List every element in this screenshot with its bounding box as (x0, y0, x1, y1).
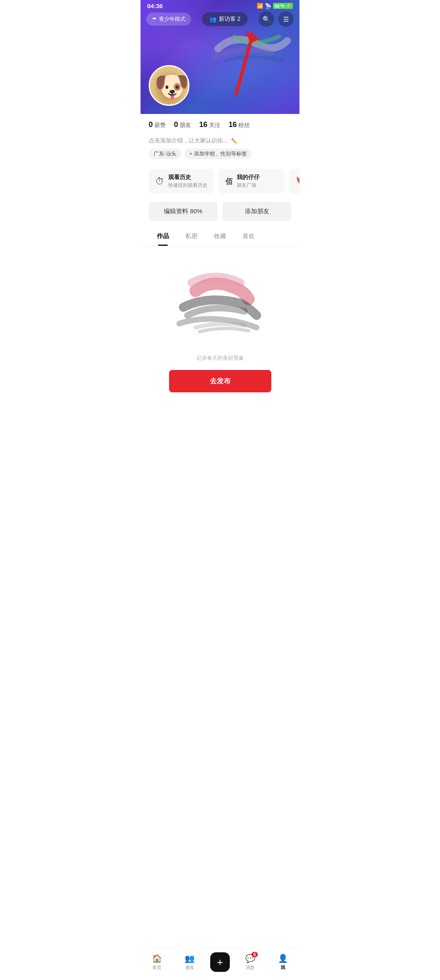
status-time: 04:36 (147, 2, 163, 9)
stat-likes-label: 获赞 (154, 122, 166, 129)
svg-line-1 (236, 35, 253, 94)
stat-following-num: 16 (199, 120, 207, 129)
stat-friends-num: 0 (174, 120, 178, 129)
bio-text[interactable]: 点击添加介绍，让大家认识你... ✏️ (149, 137, 291, 144)
tags-row: 广东·汕头 + 添加学校、性别等标签 (149, 149, 291, 159)
stat-friends-label: 朋友 (180, 122, 191, 129)
stat-likes[interactable]: 0 获赞 (149, 120, 166, 129)
stat-followers[interactable]: 16 粉丝 (229, 120, 250, 129)
tab-likes-label: 喜欢 (242, 232, 255, 239)
tab-favorites[interactable]: 收藏 (206, 227, 234, 246)
quick-action-history[interactable]: ⏱ 观看历史 快速找到观看历史 (149, 169, 214, 194)
qa-friends-subtitle: 朋友广场 (237, 182, 260, 189)
avatar-wrapper (149, 65, 189, 106)
quick-action-friends[interactable]: 佰 我的仔仔 朋友广场 (219, 169, 284, 194)
visitors-button[interactable]: 👥 新访客 2 (202, 12, 248, 26)
add-friend-button[interactable]: 添加朋友 (222, 202, 291, 221)
qa-history-subtitle: 快速找到观看历史 (168, 182, 207, 189)
add-tags-button[interactable]: + 添加学校、性别等标签 (185, 149, 252, 159)
avatar[interactable] (149, 65, 189, 106)
toolbar: ☂ 青少年模式 👥 新访客 2 🔍 ☰ (141, 11, 299, 27)
tab-likes[interactable]: 喜欢 (234, 227, 263, 246)
status-bar: 04:36 📶 📡 68% ⚡ (141, 0, 299, 11)
menu-icon: ☰ (283, 15, 289, 23)
visitors-icon: 👥 (209, 16, 216, 22)
quick-actions: ⏱ 观看历史 快速找到观看历史 佰 我的仔仔 朋友广场 🔖 收藏 (141, 163, 299, 198)
wifi-icon: 📡 (265, 3, 271, 9)
qa-history-title: 观看历史 (168, 174, 207, 181)
edit-profile-button[interactable]: 编辑资料 80% (149, 202, 218, 221)
friends-square-icon: 佰 (225, 177, 233, 186)
action-buttons: 编辑资料 80% 添加朋友 (141, 198, 299, 227)
stat-following[interactable]: 16 关注 (199, 120, 220, 129)
stat-followers-label: 粉丝 (238, 122, 250, 129)
battery-level: 68 (275, 4, 279, 9)
avatar-image (150, 66, 188, 105)
stat-followers-num: 16 (229, 120, 237, 129)
stats-section: 0 获赞 0 朋友 16 关注 16 粉丝 (141, 114, 299, 135)
edit-profile-label: 编辑资料 80% (164, 208, 202, 214)
stat-following-label: 关注 (209, 122, 220, 129)
add-tags-label: + 添加学校、性别等标签 (189, 150, 247, 158)
svg-marker-2 (245, 31, 260, 44)
youth-mode-button[interactable]: ☂ 青少年模式 (146, 13, 191, 26)
menu-button[interactable]: ☰ (278, 11, 294, 27)
visitors-label: 新访客 2 (219, 15, 241, 23)
bio-placeholder: 点击添加介绍，让大家认识你... (149, 137, 228, 144)
status-icons: 📶 📡 68% ⚡ (257, 3, 293, 9)
profile-header-bg: ☂ 青少年模式 👥 新访客 2 🔍 ☰ (141, 0, 299, 114)
umbrella-icon: ☂ (152, 16, 157, 22)
youth-mode-label: 青少年模式 (159, 15, 185, 23)
stat-friends[interactable]: 0 朋友 (174, 120, 191, 129)
tab-private-label: 私密 (185, 232, 198, 239)
qa-friends-title: 我的仔仔 (237, 174, 260, 181)
search-button[interactable]: 🔍 (259, 11, 274, 27)
history-icon: ⏱ (155, 176, 164, 187)
qa-friends-text: 我的仔仔 朋友广场 (237, 174, 260, 189)
artwork-preview (175, 258, 265, 348)
bookmark-icon: 🔖 (295, 176, 299, 187)
publish-button[interactable]: 去发布 (169, 370, 271, 392)
qa-history-text: 观看历史 快速找到观看历史 (168, 174, 207, 189)
quick-action-bookmark[interactable]: 🔖 收藏 (289, 169, 299, 194)
artwork-caption: 记录春天的美好景象 (196, 354, 244, 362)
location-tag[interactable]: 广东·汕头 (149, 149, 181, 159)
toolbar-right-icons: 🔍 ☰ (259, 11, 294, 27)
publish-label: 去发布 (210, 377, 231, 385)
add-friend-label: 添加朋友 (245, 208, 269, 214)
content-area: 记录春天的美好景象 去发布 (141, 246, 299, 441)
tab-works[interactable]: 作品 (149, 227, 177, 246)
tab-favorites-label: 收藏 (214, 232, 226, 239)
stat-likes-num: 0 (149, 120, 153, 129)
artwork-caption-text: 记录春天的美好景象 (196, 355, 244, 361)
tab-works-label: 作品 (157, 232, 169, 239)
annotation-arrow (212, 26, 265, 101)
bio-section: 点击添加介绍，让大家认识你... ✏️ 广东·汕头 + 添加学校、性别等标签 (141, 135, 299, 163)
search-icon: 🔍 (262, 15, 271, 23)
battery-indicator: 68% ⚡ (273, 3, 293, 9)
signal-icon: 📶 (257, 3, 263, 9)
tab-private[interactable]: 私密 (177, 227, 206, 246)
tabs-bar: 作品 私密 收藏 喜欢 (141, 227, 299, 246)
edit-bio-icon[interactable]: ✏️ (231, 138, 238, 144)
